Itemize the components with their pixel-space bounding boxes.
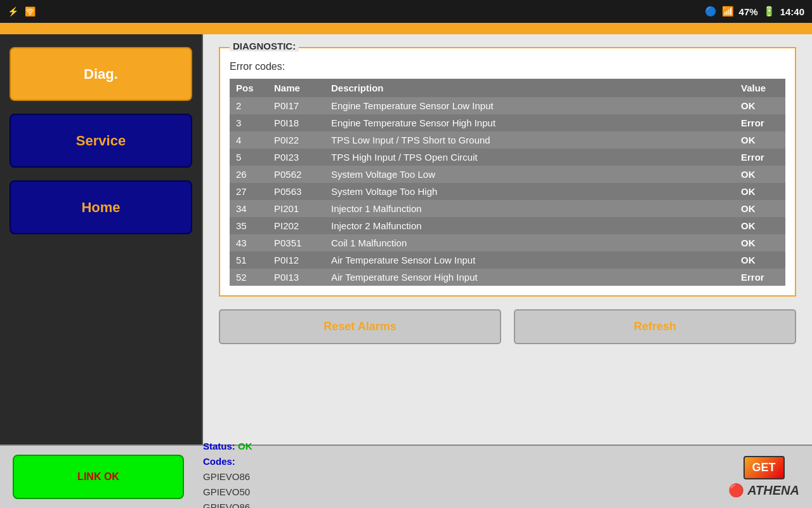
cell-pos: 5 — [230, 149, 268, 166]
cell-description: System Voltage Too Low — [325, 166, 735, 183]
cell-name: P0I17 — [268, 97, 325, 114]
logo-area: GET 🔴 ATHENA — [728, 456, 799, 498]
cell-value: OK — [735, 200, 785, 217]
cell-pos: 3 — [230, 114, 268, 131]
get-logo: GET — [743, 456, 785, 479]
cell-name: P0562 — [268, 166, 325, 183]
col-header-pos: Pos — [230, 79, 268, 97]
content-area: DIAGNOSTIC: Error codes: Pos Name Descri… — [203, 34, 812, 444]
cell-description: TPS Low Input / TPS Short to Ground — [325, 131, 735, 149]
signal-icon: 📶 — [722, 6, 734, 17]
cell-name: PI201 — [268, 200, 325, 217]
cell-name: P0I23 — [268, 149, 325, 166]
cell-name: P0I13 — [268, 269, 325, 286]
link-ok-button[interactable]: LINK OK — [13, 455, 184, 499]
top-bar — [0, 23, 812, 34]
cell-value: OK — [735, 251, 785, 269]
status-bar: ⚡ 🛜 🔵 📶 47% 🔋 14:40 — [0, 0, 812, 23]
cell-pos: 34 — [230, 200, 268, 217]
cell-pos: 2 — [230, 97, 268, 114]
usb-icon: ⚡ — [8, 6, 18, 17]
table-row: 5P0I23TPS High Input / TPS Open CircuitE… — [230, 149, 785, 166]
cell-pos: 27 — [230, 183, 268, 200]
cell-description: Engine Temperature Sensor High Input — [325, 114, 735, 131]
status-bar-left: ⚡ 🛜 — [8, 6, 36, 17]
cell-name: P0I18 — [268, 114, 325, 131]
cell-value: OK — [735, 131, 785, 149]
cell-name: P0I22 — [268, 131, 325, 149]
table-row: 26P0562System Voltage Too LowOK — [230, 166, 785, 183]
col-header-description: Description — [325, 79, 735, 97]
status-row: Status: OK — [203, 439, 709, 454]
reset-alarms-button[interactable]: Reset Alarms — [219, 309, 501, 344]
cell-value: Error — [735, 114, 785, 131]
cell-value: OK — [735, 183, 785, 200]
sidebar: Diag. Service Home — [0, 34, 203, 444]
col-header-value: Value — [735, 79, 785, 97]
main-layout: Diag. Service Home DIAGNOSTIC: Error cod… — [0, 34, 812, 444]
diagnostic-panel: DIAGNOSTIC: Error codes: Pos Name Descri… — [219, 47, 796, 297]
battery-icon: 🔋 — [763, 6, 775, 17]
wifi-icon: 🛜 — [25, 6, 36, 17]
table-row: 43P0351Coil 1 MalfunctionOK — [230, 234, 785, 251]
error-codes-table: Pos Name Description Value 2P0I17Engine … — [230, 79, 785, 286]
diagnostic-label: DIAGNOSTIC: — [230, 41, 299, 51]
cell-value: Error — [735, 269, 785, 286]
cell-pos: 4 — [230, 131, 268, 149]
action-buttons: Reset Alarms Refresh — [219, 309, 796, 344]
cell-value: OK — [735, 234, 785, 251]
bluetooth-icon: 🔵 — [705, 6, 717, 17]
status-info: Status: OK Codes: GPIEVO86GPIEVO50GPIEVO… — [203, 439, 709, 508]
cell-pos: 43 — [230, 234, 268, 251]
home-button[interactable]: Home — [10, 180, 192, 234]
table-row: 27P0563System Voltage Too HighOK — [230, 183, 785, 200]
diag-button[interactable]: Diag. — [10, 47, 192, 101]
table-row: 35PI202Injector 2 MalfunctionOK — [230, 217, 785, 234]
cell-name: PI202 — [268, 217, 325, 234]
codes-list: GPIEVO86GPIEVO50GPIEVO86 — [203, 469, 709, 508]
cell-name: P0563 — [268, 183, 325, 200]
code-item: GPIEVO50 — [203, 485, 709, 500]
table-row: 51P0I12Air Temperature Sensor Low InputO… — [230, 251, 785, 269]
bottom-bar: LINK OK Status: OK Codes: GPIEVO86GPIEVO… — [0, 444, 812, 508]
table-row: 2P0I17Engine Temperature Sensor Low Inpu… — [230, 97, 785, 114]
cell-description: Injector 1 Malfunction — [325, 200, 735, 217]
cell-pos: 52 — [230, 269, 268, 286]
table-row: 52P0I13Air Temperature Sensor High Input… — [230, 269, 785, 286]
code-item: GPIEVO86 — [203, 500, 709, 508]
cell-description: Engine Temperature Sensor Low Input — [325, 97, 735, 114]
cell-description: Injector 2 Malfunction — [325, 217, 735, 234]
cell-description: Coil 1 Malfunction — [325, 234, 735, 251]
cell-pos: 51 — [230, 251, 268, 269]
table-row: 4P0I22TPS Low Input / TPS Short to Groun… — [230, 131, 785, 149]
cell-pos: 35 — [230, 217, 268, 234]
cell-description: Air Temperature Sensor Low Input — [325, 251, 735, 269]
cell-value: OK — [735, 217, 785, 234]
cell-description: System Voltage Too High — [325, 183, 735, 200]
status-bar-right: 🔵 📶 47% 🔋 14:40 — [705, 6, 804, 17]
cell-pos: 26 — [230, 166, 268, 183]
cell-value: OK — [735, 97, 785, 114]
cell-description: TPS High Input / TPS Open Circuit — [325, 149, 735, 166]
battery-percentage: 47% — [739, 6, 758, 17]
table-row: 3P0I18Engine Temperature Sensor High Inp… — [230, 114, 785, 131]
codes-row: Codes: — [203, 454, 709, 469]
cell-value: OK — [735, 166, 785, 183]
code-item: GPIEVO86 — [203, 469, 709, 485]
cell-name: P0I12 — [268, 251, 325, 269]
cell-name: P0351 — [268, 234, 325, 251]
clock: 14:40 — [780, 6, 804, 17]
athena-text: ATHENA — [747, 483, 799, 498]
error-codes-title: Error codes: — [230, 61, 785, 72]
athena-logo: 🔴 ATHENA — [728, 483, 799, 498]
refresh-button[interactable]: Refresh — [514, 309, 796, 344]
athena-flame-icon: 🔴 — [728, 483, 744, 498]
cell-description: Air Temperature Sensor High Input — [325, 269, 735, 286]
service-button[interactable]: Service — [10, 114, 192, 168]
table-row: 34PI201Injector 1 MalfunctionOK — [230, 200, 785, 217]
cell-value: Error — [735, 149, 785, 166]
col-header-name: Name — [268, 79, 325, 97]
